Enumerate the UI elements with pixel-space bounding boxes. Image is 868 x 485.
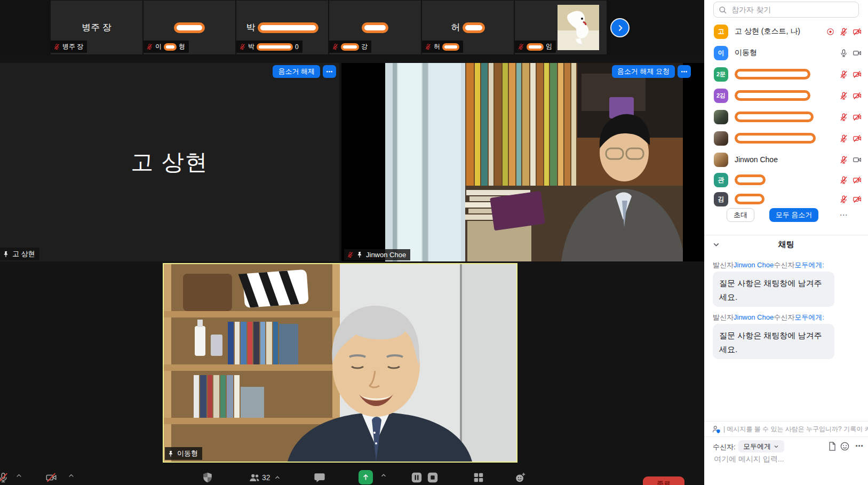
unmute-button[interactable]: 음소거 해제: [273, 65, 320, 78]
video-options-chevron[interactable]: [67, 472, 75, 480]
video-thumbnail[interactable]: 임: [515, 1, 607, 54]
chat-message-bubble: 질문 사항은 채팅창에 남겨주세요.: [713, 324, 834, 359]
end-meeting-button[interactable]: 종료: [643, 476, 684, 485]
reactions-button[interactable]: [514, 472, 526, 483]
participants-icon: [249, 472, 260, 483]
recipient-label: 수신자:: [713, 442, 736, 452]
video-thumbnail[interactable]: 이 형: [144, 1, 235, 54]
recording-indicator-icon: [826, 27, 835, 36]
mic-muted-icon: [839, 91, 848, 100]
camera-off-icon: [45, 472, 57, 483]
redacted-name: [164, 43, 177, 51]
recipient-name: 모두에게:: [794, 313, 824, 321]
chevron-up-icon: [380, 472, 387, 479]
pin-icon: [168, 450, 174, 457]
share-options-chevron[interactable]: [380, 472, 387, 479]
mic-muted-icon: [146, 43, 153, 50]
recipient-selector[interactable]: 모두에게: [738, 440, 784, 452]
avatar: 관: [714, 173, 728, 187]
thumbnail-name: 병주 장: [62, 42, 83, 51]
invite-button[interactable]: 초대: [727, 208, 754, 222]
next-page-button[interactable]: [610, 18, 630, 37]
chat-message-input[interactable]: [713, 454, 859, 464]
chevron-down-icon: [773, 443, 779, 450]
chevron-up-icon: [67, 472, 75, 480]
request-unmute-button[interactable]: 음소거 해제 요청: [612, 65, 675, 78]
audio-options-chevron[interactable]: [15, 472, 23, 480]
avatar-photo: [714, 110, 728, 124]
participant-row[interactable]: 관: [704, 171, 868, 189]
mute-button[interactable]: [0, 472, 9, 483]
compose-more-button[interactable]: ⋯: [855, 441, 864, 451]
meeting-toolbar: 32 종료: [0, 467, 704, 485]
redacted-name: [735, 90, 810, 101]
from-label: 발신자: [713, 261, 734, 269]
record-pause-button[interactable]: [411, 472, 423, 483]
chat-message-meta: 발신자Jinwon Choe수신자모두에게:: [713, 260, 824, 270]
participant-row[interactable]: 2문: [704, 65, 868, 83]
redacted-name: [362, 22, 388, 33]
to-label: 수신자: [774, 313, 794, 321]
avatar-photo: [714, 131, 728, 146]
meeting-main-area: 병주 장 병주 장 이 형 박 박 0: [0, 0, 704, 485]
avatar: 이: [714, 46, 728, 60]
chat-compose-row: 수신자: 모두에게 ⋯: [704, 440, 868, 454]
video-tile-go-sanghyun[interactable]: 고 상현 음소거 해제 ⋯ 고 상현: [0, 63, 339, 261]
thumbnail-name: 박: [248, 42, 254, 51]
chat-button[interactable]: [314, 472, 325, 483]
mic-muted-icon: [839, 195, 848, 204]
privacy-notice-text: | 메시지를 볼 수 있는 사람은 누구입니까? 기록이 켜져: [723, 425, 868, 434]
video-thumbnail[interactable]: 강: [329, 1, 421, 54]
redacted-name: [174, 22, 205, 33]
apps-button[interactable]: [473, 472, 484, 483]
thumbnail-name-tag: 강: [329, 41, 371, 53]
recipient-name: 모두에게:: [794, 261, 824, 269]
avatar: 고: [714, 25, 728, 39]
recipient-value: 모두에게: [743, 442, 771, 451]
participants-button[interactable]: 32: [249, 472, 281, 483]
participant-row[interactable]: [704, 129, 868, 147]
participant-name: 이동형: [735, 48, 757, 58]
avatar: 김: [714, 192, 728, 206]
video-tile-active-speaker[interactable]: 이동형: [163, 263, 517, 463]
file-attach-icon[interactable]: [827, 441, 837, 451]
security-button[interactable]: [202, 472, 213, 483]
record-stop-button[interactable]: [427, 472, 439, 483]
stop-icon: [427, 472, 439, 483]
chat-privacy-bar[interactable]: | 메시지를 볼 수 있는 사람은 누구입니까? 기록이 켜져: [704, 421, 868, 437]
emoji-icon[interactable]: [840, 441, 850, 451]
video-thumbnail[interactable]: 허 허: [422, 1, 514, 54]
mic-muted-icon: [839, 113, 848, 122]
video-thumbnail[interactable]: 병주 장 병주 장: [51, 1, 142, 54]
participant-row[interactable]: 이 이동형: [704, 44, 868, 62]
participant-row[interactable]: 고 고 상현 (호스트, 나): [704, 22, 868, 41]
avatar: 2문: [714, 67, 728, 82]
camera-off-icon: [853, 113, 862, 122]
participant-name: 고 상현 (호스트, 나): [735, 27, 800, 36]
video-thumbnail[interactable]: 박 박 0: [236, 1, 328, 54]
thumbnail-name: 임: [546, 42, 552, 51]
more-options-button[interactable]: ⋯: [323, 65, 336, 78]
participant-row[interactable]: 2김: [704, 86, 868, 105]
participants-more-button[interactable]: ⋯: [835, 208, 851, 222]
participant-row[interactable]: Jinwon Choe: [704, 150, 868, 169]
participant-search[interactable]: [713, 2, 859, 18]
mic-muted-icon: [839, 155, 848, 164]
person-shield-icon: [712, 425, 721, 434]
panel-divider: [704, 235, 868, 235]
thumbnail-name-tag: 허: [422, 41, 463, 53]
redacted-name: [735, 69, 810, 79]
video-tile-jinwon-choe[interactable]: 음소거 해제 요청 ⋯ Jinwon Choe: [341, 63, 704, 261]
mute-all-button[interactable]: 모두 음소거: [769, 208, 818, 222]
share-screen-button[interactable]: [359, 470, 373, 484]
start-video-button[interactable]: [45, 472, 57, 483]
chevron-up-icon: [15, 472, 23, 480]
participant-row[interactable]: [704, 108, 868, 126]
more-options-button[interactable]: ⋯: [678, 65, 691, 78]
chat-message-meta: 발신자Jinwon Choe수신자모두에게:: [713, 313, 824, 322]
participant-row[interactable]: 김: [704, 190, 868, 208]
video-corner-controls: 음소거 해제 ⋯: [273, 65, 336, 78]
redacted-name: [463, 22, 485, 33]
search-input[interactable]: [730, 5, 854, 14]
video-name-label: Jinwon Choe: [344, 249, 410, 260]
